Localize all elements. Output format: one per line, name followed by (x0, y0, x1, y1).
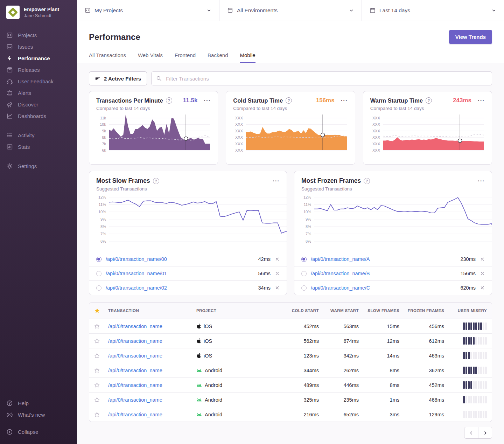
more-menu-icon[interactable]: ··· (478, 99, 485, 102)
sidebar-nav-secondary: ActivityStats (0, 130, 77, 153)
environment-icon (227, 7, 233, 13)
sidebar-item-what-s-new[interactable]: What’s new (0, 409, 77, 421)
frozen-frames-value: 362ms (399, 368, 444, 373)
dismiss-icon[interactable] (275, 257, 280, 262)
svg-text:9%: 9% (306, 217, 311, 221)
help-icon[interactable]: ? (166, 97, 172, 104)
environment-selector[interactable]: All Environments (219, 0, 362, 21)
sidebar-item-projects[interactable]: Projects (0, 29, 77, 41)
transaction-link[interactable]: /api/0/transaction_name/02 (106, 285, 254, 291)
date-range-selector[interactable]: Last 14 days (362, 0, 504, 21)
dismiss-icon[interactable] (480, 285, 485, 290)
radio-button[interactable] (96, 271, 102, 276)
tab-frontend[interactable]: Frontend (175, 52, 196, 63)
sidebar-item-label: Help (18, 400, 29, 406)
transaction-link[interactable]: /api/0/transaction_name (108, 368, 196, 373)
org-switcher[interactable]: Empower Plant Jane Schmidt (0, 6, 77, 19)
filter-icon (95, 76, 100, 81)
column-header[interactable]: COLD START (280, 308, 319, 313)
column-header[interactable]: USER MISERY (444, 308, 487, 313)
radio-button[interactable] (301, 257, 307, 262)
tab-mobile[interactable]: Mobile (240, 52, 255, 63)
star-icon[interactable] (94, 382, 108, 388)
help-icon[interactable]: ? (426, 97, 432, 104)
star-icon[interactable] (94, 324, 108, 329)
more-menu-icon[interactable]: ··· (341, 99, 348, 102)
transaction-link[interactable]: /api/0/transaction_name/A (311, 256, 456, 262)
more-menu-icon[interactable]: ··· (478, 179, 485, 183)
dismiss-icon[interactable] (480, 257, 485, 262)
transaction-link[interactable]: /api/0/transaction_name (108, 412, 196, 417)
tab-all-transactions[interactable]: All Transactions (89, 52, 126, 63)
stats-icon (6, 144, 13, 150)
star-icon[interactable] (94, 412, 108, 417)
sidebar-item-activity[interactable]: Activity (0, 130, 77, 141)
transaction-link[interactable]: /api/0/transaction_name/00 (106, 256, 254, 262)
tab-backend[interactable]: Backend (208, 52, 228, 63)
transaction-link[interactable]: /api/0/transaction_name/B (311, 271, 456, 276)
sidebar-item-settings[interactable]: Settings (0, 160, 77, 172)
column-header[interactable]: PROJECT (196, 308, 280, 313)
column-header[interactable]: TRANSACTION (108, 308, 196, 313)
metric-title: Transactions Per Minute (96, 97, 163, 104)
active-filters-button[interactable]: 2 Active Filters (89, 71, 147, 85)
star-icon[interactable] (94, 397, 108, 403)
sidebar-item-collapse[interactable]: Collapse (0, 426, 77, 438)
transaction-link[interactable]: /api/0/transaction_name/01 (106, 271, 254, 276)
sidebar-item-user-feedback[interactable]: User Feedback (0, 76, 77, 87)
next-page-button[interactable] (478, 427, 492, 438)
main-area: My Projects All Environments (77, 0, 504, 444)
radio-button[interactable] (301, 285, 307, 291)
tab-web-vitals[interactable]: Web Vitals (138, 52, 163, 63)
sidebar-item-dashboards[interactable]: Dashboards (0, 110, 77, 122)
transaction-link[interactable]: /api/0/transaction_name (108, 324, 196, 329)
svg-text:XXX: XXX (235, 122, 243, 126)
sidebar-item-alerts[interactable]: Alerts (0, 87, 77, 99)
column-header[interactable]: FROZEN FRAMES (399, 308, 444, 313)
radio-button[interactable] (96, 257, 102, 262)
transaction-search-input[interactable] (165, 75, 487, 82)
help-icon[interactable]: ? (364, 178, 370, 184)
frozen-frames-value: 456ms (399, 324, 444, 329)
dismiss-icon[interactable] (275, 271, 280, 276)
sidebar-item-performance[interactable]: Performance (0, 53, 77, 64)
radio-button[interactable] (301, 271, 307, 276)
svg-text:7k: 7k (102, 142, 106, 146)
discover-icon (6, 101, 13, 108)
star-header-icon[interactable] (94, 308, 108, 314)
column-header[interactable]: SLOW FRAMES (359, 308, 399, 313)
star-icon[interactable] (94, 338, 108, 344)
chevron-down-icon (206, 8, 211, 13)
help-icon[interactable]: ? (153, 178, 159, 184)
transaction-link[interactable]: /api/0/transaction_name/C (311, 285, 456, 291)
more-menu-icon[interactable]: ··· (204, 99, 211, 102)
sidebar-item-discover[interactable]: Discover (0, 99, 77, 110)
previous-page-button[interactable] (464, 427, 478, 438)
transaction-link[interactable]: /api/0/transaction_name (108, 353, 196, 359)
projects-icon (6, 32, 13, 39)
slow-frames-value: 14ms (359, 353, 399, 359)
column-header[interactable]: WARM START (319, 308, 359, 313)
help-icon[interactable]: ? (286, 97, 292, 104)
sidebar-item-releases[interactable]: Releases (0, 64, 77, 76)
transaction-link[interactable]: /api/0/transaction_name (108, 397, 196, 403)
metric-cards-row: Transactions Per Minute ? 11.5k ··· Comp… (89, 91, 492, 165)
more-menu-icon[interactable]: ··· (273, 179, 280, 183)
star-icon[interactable] (94, 368, 108, 373)
card-subtitle: Suggested Transactions (301, 186, 485, 192)
svg-text:6k: 6k (102, 148, 106, 152)
transaction-link[interactable]: /api/0/transaction_name (108, 382, 196, 388)
sidebar-item-stats[interactable]: Stats (0, 141, 77, 153)
radio-button[interactable] (96, 285, 102, 291)
transaction-link[interactable]: /api/0/transaction_name (108, 338, 196, 344)
project-selector[interactable]: My Projects (77, 0, 219, 21)
sidebar-item-issues[interactable]: Issues (0, 41, 77, 53)
metric-value: 11.5k (183, 97, 198, 104)
dismiss-icon[interactable] (480, 271, 485, 276)
dismiss-icon[interactable] (275, 285, 280, 290)
most-frozen-frames-card: Most Frozen Frames ? ··· Suggested Trans… (294, 171, 492, 295)
sidebar-item-help[interactable]: Help (0, 397, 77, 409)
global-filter-bar: My Projects All Environments (77, 0, 504, 21)
star-icon[interactable] (94, 353, 108, 359)
view-trends-button[interactable]: View Trends (449, 30, 492, 44)
